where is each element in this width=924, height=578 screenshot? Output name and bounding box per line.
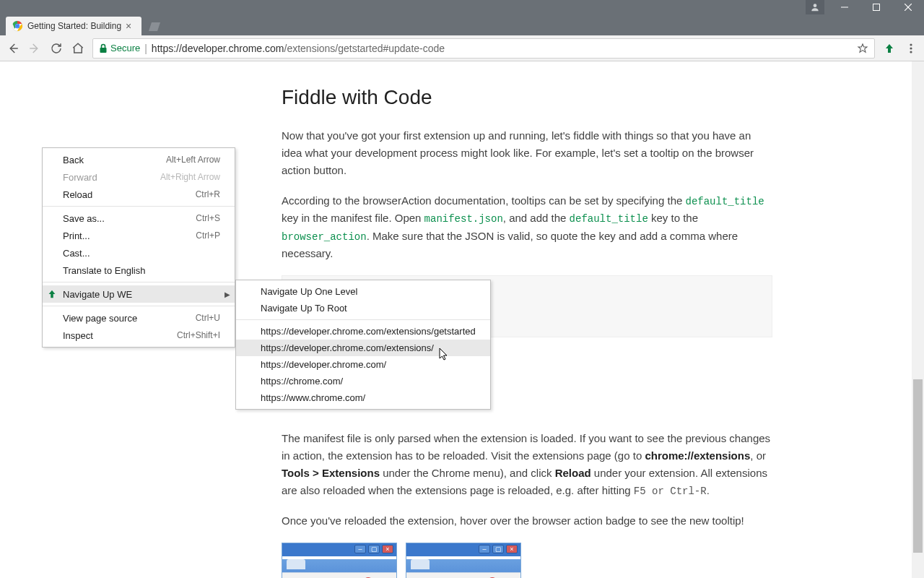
context-menu-item[interactable]: Cast...: [43, 244, 235, 262]
secure-label: Secure: [110, 43, 140, 53]
vertical-scrollbar[interactable]: [912, 61, 924, 578]
context-menu-item[interactable]: Translate to English: [43, 262, 235, 279]
reload-button[interactable]: [49, 41, 64, 56]
submenu-item[interactable]: https://developer.chrome.com/extensions/…: [236, 323, 490, 340]
secure-indicator: Secure: [99, 43, 140, 53]
context-menu-item[interactable]: BackAlt+Left Arrow: [43, 151, 235, 168]
submenu-item[interactable]: https://developer.chrome.com/: [236, 356, 490, 373]
inline-code: default_title: [685, 196, 764, 207]
scrollbar-thumb[interactable]: [913, 379, 923, 553]
menu-item-shortcut: Ctrl+R: [196, 189, 220, 199]
browser-toolbar: Secure | https://developer.chrome.com/ex…: [0, 35, 924, 61]
demo-thumbnails: –▢× –▢× Getting started example Click h: [282, 543, 772, 578]
context-menu-item[interactable]: Navigate Up WE▶: [43, 285, 235, 303]
chrome-menu-button[interactable]: [904, 41, 918, 56]
article-paragraph: Now that you've got your first extension…: [282, 127, 772, 179]
menu-item-label: Cast...: [63, 248, 90, 259]
url-separator: |: [144, 43, 147, 54]
window-close-button[interactable]: [892, 0, 924, 14]
tab-title: Getting Started: Building: [27, 21, 121, 31]
tab-strip: Getting Started: Building ×: [0, 14, 924, 35]
demo-window-thumb: –▢×: [406, 543, 521, 578]
menu-item-shortcut: Ctrl+S: [196, 213, 220, 223]
window-minimize-button[interactable]: [829, 0, 860, 14]
submenu-item[interactable]: Navigate Up To Root: [236, 300, 490, 316]
menu-item-shortcut: Ctrl+U: [196, 313, 220, 323]
context-menu-item[interactable]: View page sourceCtrl+U: [43, 309, 235, 327]
menu-item-label: Save as...: [63, 213, 105, 224]
submenu-arrow-icon: ▶: [225, 290, 230, 298]
submenu-item[interactable]: https://chrome.com/: [236, 373, 490, 389]
article-paragraph: According to the browserAction documenta…: [282, 192, 772, 262]
inline-code: default_title: [570, 213, 648, 225]
menu-item-label: Reload: [63, 189, 92, 200]
demo-window-thumb: –▢×: [282, 543, 397, 578]
menu-item-shortcut: Ctrl+Shift+I: [177, 330, 220, 340]
svg-point-13: [910, 51, 912, 53]
lock-icon: [99, 43, 108, 53]
article-paragraph: Once you've reloaded the extension, hove…: [282, 512, 772, 530]
menu-item-label: View page source: [63, 313, 137, 324]
context-menu[interactable]: BackAlt+Left ArrowForwardAlt+Right Arrow…: [42, 147, 235, 348]
article-heading: Fiddle with Code: [282, 82, 772, 114]
inline-code: browser_action: [282, 231, 367, 243]
window-titlebar: [0, 0, 924, 14]
navigate-up-extension-icon[interactable]: [882, 41, 897, 56]
menu-item-label: Back: [63, 155, 84, 165]
menu-item-shortcut: Ctrl+P: [196, 230, 220, 241]
svg-point-0: [814, 4, 817, 7]
context-menu-item[interactable]: ReloadCtrl+R: [43, 186, 235, 203]
chrome-favicon-icon: [12, 20, 23, 32]
menu-item-label: Translate to English: [63, 265, 145, 276]
menu-item-shortcut: Alt+Right Arrow: [160, 172, 220, 182]
context-menu-item[interactable]: Save as...Ctrl+S: [43, 210, 235, 227]
tab-close-icon[interactable]: ×: [126, 20, 136, 32]
context-menu-item[interactable]: InspectCtrl+Shift+I: [43, 327, 235, 344]
url-text: https://developer.chrome.com/extensions/…: [152, 43, 853, 54]
context-menu-item[interactable]: Print...Ctrl+P: [43, 227, 235, 244]
svg-rect-2: [873, 4, 880, 11]
context-submenu[interactable]: Navigate Up One LevelNavigate Up To Root…: [235, 280, 491, 410]
context-menu-item: ForwardAlt+Right Arrow: [43, 168, 235, 186]
menu-item-label: Inspect: [63, 330, 93, 341]
submenu-item[interactable]: https://developer.chrome.com/extensions/: [236, 340, 490, 356]
up-arrow-icon: [47, 289, 58, 299]
forward-button[interactable]: [27, 41, 42, 56]
svg-point-11: [910, 43, 912, 46]
window-maximize-button[interactable]: [860, 0, 892, 14]
svg-point-12: [910, 47, 912, 49]
submenu-item[interactable]: https://www.chrome.com/: [236, 389, 490, 406]
inline-code: F5 or Ctrl-R: [634, 486, 707, 497]
submenu-item[interactable]: Navigate Up One Level: [236, 283, 490, 300]
menu-item-label: Print...: [63, 230, 90, 241]
svg-rect-10: [100, 48, 107, 53]
address-bar[interactable]: Secure | https://developer.chrome.com/ex…: [92, 38, 875, 59]
home-button[interactable]: [71, 41, 85, 56]
menu-item-label: Forward: [63, 172, 97, 183]
new-tab-button[interactable]: [146, 20, 163, 34]
browser-tab[interactable]: Getting Started: Building ×: [6, 17, 141, 35]
menu-item-shortcut: Alt+Left Arrow: [166, 155, 220, 165]
menu-item-label: Navigate Up WE: [63, 289, 132, 300]
bookmark-star-icon[interactable]: [857, 43, 868, 54]
article-paragraph: The manifest file is only parsed when th…: [282, 430, 772, 499]
inline-code: manifest.json: [424, 213, 503, 225]
account-icon[interactable]: [806, 0, 824, 14]
back-button[interactable]: [6, 41, 20, 56]
svg-point-9: [16, 25, 19, 28]
